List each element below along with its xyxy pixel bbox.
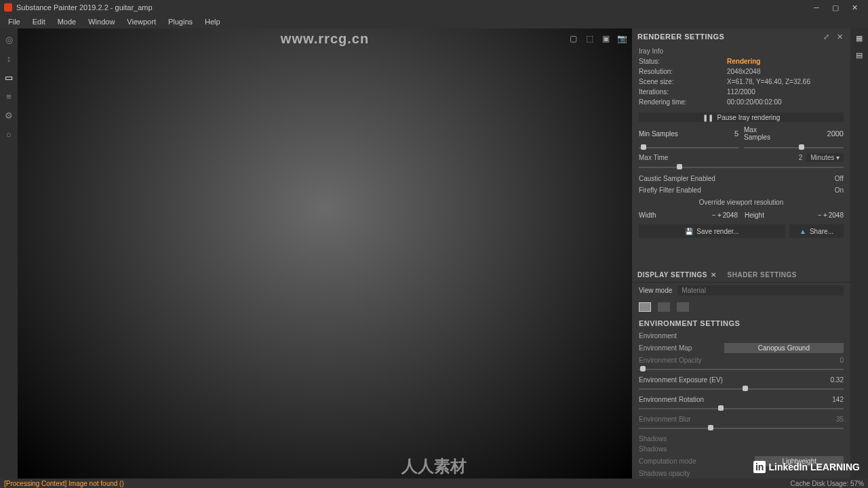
tool-layers-icon[interactable]: ≡ xyxy=(3,91,14,102)
viewport-mode-icons: ▢ ⬚ ▣ 📷 xyxy=(567,33,628,45)
width-spinner[interactable]: −+2048 xyxy=(712,211,738,219)
max-samples-label: Max Samples xyxy=(744,126,785,141)
scene-size-label: Scene size: xyxy=(639,78,727,85)
env-opacity-slider[interactable] xyxy=(639,365,844,372)
viewport-3d[interactable]: www.rrcg.cn ▢ ⬚ ▣ 📷 xyxy=(18,28,632,479)
caustic-label: Caustic Sampler Enabled xyxy=(639,175,715,182)
menu-mode[interactable]: Mode xyxy=(52,16,82,27)
renderer-settings-header: RENDERER SETTINGS ⤢ ✕ xyxy=(632,28,850,45)
save-icon: 💾 xyxy=(685,228,693,235)
panel-undock-icon[interactable]: ⤢ xyxy=(821,31,831,42)
min-samples-label: Min Samples xyxy=(639,130,679,138)
menu-edit[interactable]: Edit xyxy=(27,16,51,27)
panel-close-icon[interactable]: ✕ xyxy=(834,31,845,42)
scene-size-value: X=61.78, Y=46.40, Z=32.66 xyxy=(727,78,844,85)
view-mode-field[interactable]: Material xyxy=(677,285,844,296)
shadows-title: Shadows xyxy=(632,434,850,444)
status-bar: [Processing Context] Image not found () … xyxy=(0,479,868,488)
right-panel: RENDERER SETTINGS ⤢ ✕ Iray Info Status: … xyxy=(632,28,850,479)
env-blur-row: Environment Blur 35 xyxy=(632,414,850,424)
view-mode-row: View mode Material xyxy=(632,283,850,298)
right-toolbar: ▦ ▤ xyxy=(850,28,868,479)
viewport-snapshot-icon[interactable]: 📷 xyxy=(616,33,628,45)
lower-tabs: DISPLAY SETTINGS ✕ SHADER SETTINGS xyxy=(632,268,850,283)
app-icon xyxy=(4,3,12,12)
samples-sliders xyxy=(632,142,850,152)
display-mode-3-icon[interactable] xyxy=(677,302,689,312)
left-toolbar: ◎ ↕ ▭ ≡ ⚙ ○ xyxy=(0,28,18,479)
time-unit-dropdown[interactable]: Minutes ▾ xyxy=(806,153,844,162)
right-panel-icon-1[interactable]: ▦ xyxy=(856,34,863,43)
max-time-value: 2 xyxy=(775,154,802,161)
pause-label: Pause Iray rendering xyxy=(717,114,781,121)
max-samples-slider[interactable] xyxy=(744,144,844,150)
env-map-label: Environment Map xyxy=(639,344,692,352)
max-samples-value: 2000 xyxy=(827,129,844,138)
pause-render-button[interactable]: ❚❚ Pause Iray rendering xyxy=(639,113,844,122)
maximize-button[interactable]: ▢ xyxy=(826,0,845,15)
env-rotation-slider[interactable] xyxy=(639,405,844,411)
cache-usage: Cache Disk Usage: 57% xyxy=(791,480,864,487)
menu-window[interactable]: Window xyxy=(83,16,120,27)
menu-viewport[interactable]: Viewport xyxy=(121,16,161,27)
status-value: Rendering xyxy=(727,58,844,65)
firefly-row[interactable]: Firefly Filter Enabled On xyxy=(632,184,850,196)
right-panel-icon-2[interactable]: ▤ xyxy=(856,51,863,60)
share-button[interactable]: ▲ Share... xyxy=(789,224,844,238)
watermark-text: www.rrcg.cn xyxy=(281,31,369,47)
display-mode-2-icon[interactable] xyxy=(658,302,670,312)
display-mode-1-icon[interactable] xyxy=(639,302,651,312)
env-map-value[interactable]: Canopus Ground xyxy=(724,343,844,353)
tool-target-icon[interactable]: ◎ xyxy=(3,34,14,45)
tool-select-icon[interactable]: ▭ xyxy=(3,72,14,83)
env-exposure-slider[interactable] xyxy=(639,385,844,392)
title-bar: Substance Painter 2019.2.2 - guitar_amp … xyxy=(0,0,868,15)
resolution-value: 2048x2048 xyxy=(727,68,844,75)
env-opacity-label: Environment Opacity xyxy=(639,357,702,364)
environment-label: Environment xyxy=(632,331,850,341)
iterations-label: Iterations: xyxy=(639,88,727,96)
close-icon[interactable]: ✕ xyxy=(711,271,717,279)
shadows-row: Shadows xyxy=(632,444,850,454)
save-render-button[interactable]: 💾 Save render... xyxy=(639,224,785,238)
menu-file[interactable]: File xyxy=(3,16,26,27)
height-spinner[interactable]: −+2048 xyxy=(818,211,844,219)
max-time-label: Max Time xyxy=(639,154,700,161)
min-samples-value: 5 xyxy=(734,129,738,138)
env-exposure-label: Environment Exposure (EV) xyxy=(639,376,816,384)
override-resolution-label: Override viewport resolution xyxy=(632,196,850,209)
env-opacity-row: Environment Opacity 0 xyxy=(632,355,850,365)
resolution-label: Resolution: xyxy=(639,68,727,75)
pause-icon: ❚❚ xyxy=(703,114,713,121)
app-title: Substance Painter 2019.2.2 - guitar_amp xyxy=(16,3,807,12)
tab-shader-settings[interactable]: SHADER SETTINGS xyxy=(722,268,803,282)
caustic-row[interactable]: Caustic Sampler Enabled Off xyxy=(632,173,850,184)
share-icon: ▲ xyxy=(800,228,806,235)
env-rotation-label: Environment Rotation xyxy=(639,396,816,403)
comp-mode-label: Computation mode xyxy=(639,458,696,465)
max-time-slider[interactable] xyxy=(639,163,844,170)
menu-plugins[interactable]: Plugins xyxy=(163,16,198,27)
tool-settings-icon[interactable]: ⚙ xyxy=(3,110,14,121)
view-mode-label: View mode xyxy=(639,287,672,294)
minimize-button[interactable]: ─ xyxy=(807,0,826,15)
tool-circle-icon[interactable]: ○ xyxy=(3,129,14,140)
viewport-cube-icon[interactable]: ⬚ xyxy=(583,33,595,45)
close-button[interactable]: ✕ xyxy=(845,0,864,15)
tab-display-settings[interactable]: DISPLAY SETTINGS ✕ xyxy=(632,268,722,282)
env-blur-value: 35 xyxy=(816,415,844,423)
viewport-camera-icon[interactable]: ▣ xyxy=(599,33,612,45)
center-watermark: 人人素材 xyxy=(401,455,467,477)
tool-move-icon[interactable]: ↕ xyxy=(3,53,14,64)
samples-row: Min Samples 5 Max Samples 2000 xyxy=(632,125,850,142)
menu-help[interactable]: Help xyxy=(199,16,226,27)
renderer-settings-title: RENDERER SETTINGS xyxy=(637,33,818,41)
caustic-value: Off xyxy=(835,175,844,182)
env-rotation-value: 142 xyxy=(816,396,844,403)
viewport-display-icon[interactable]: ▢ xyxy=(567,33,579,45)
min-samples-slider[interactable] xyxy=(639,144,738,150)
shadows-label: Shadows xyxy=(639,445,844,453)
env-exposure-value: 0.32 xyxy=(816,376,844,384)
menu-bar: File Edit Mode Window Viewport Plugins H… xyxy=(0,15,868,28)
env-blur-slider[interactable] xyxy=(639,424,844,431)
